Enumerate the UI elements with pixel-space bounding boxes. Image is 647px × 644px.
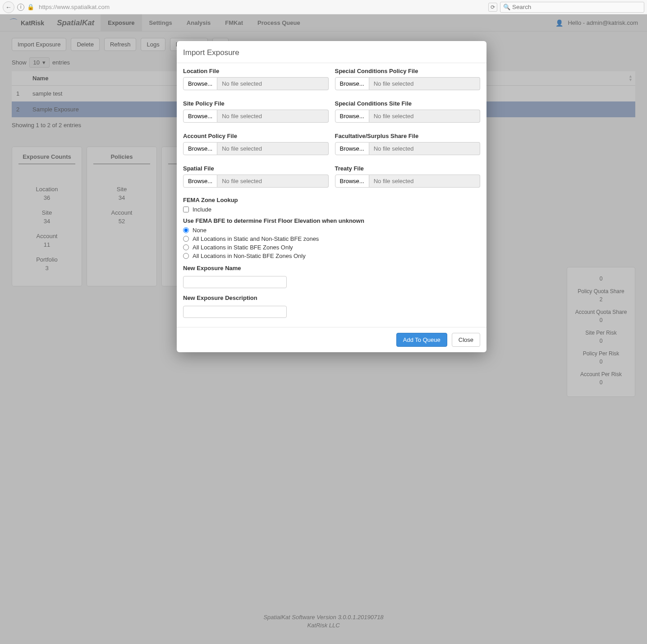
lock-icon: 🔒 <box>27 4 34 10</box>
import-exposure-modal: Import Exposure Location File Browse...N… <box>177 41 486 352</box>
file-status: No file selected <box>217 110 328 123</box>
modal-title: Import Exposure <box>177 41 486 63</box>
search-input[interactable] <box>512 4 641 10</box>
file-account-policy: Account Policy File Browse...No file sel… <box>183 133 329 155</box>
fema-include-checkbox[interactable] <box>183 207 189 212</box>
browse-button[interactable]: Browse... <box>335 110 369 123</box>
browse-button[interactable]: Browse... <box>183 110 217 123</box>
fema-label: FEMA Zone Lookup <box>183 197 480 203</box>
exposure-name-input[interactable] <box>183 276 287 288</box>
file-status: No file selected <box>369 142 480 155</box>
file-facultative-surplus: Facultative/Surplus Share File Browse...… <box>335 133 481 155</box>
file-status: No file selected <box>217 175 328 188</box>
browse-button[interactable]: Browse... <box>335 175 369 188</box>
browse-button[interactable]: Browse... <box>335 142 369 155</box>
file-status: No file selected <box>369 110 480 123</box>
browse-button[interactable]: Browse... <box>183 77 217 90</box>
file-special-conditions-policy: Special Conditions Policy File Browse...… <box>335 68 481 90</box>
file-status: No file selected <box>217 142 328 155</box>
browse-button[interactable]: Browse... <box>183 142 217 155</box>
file-status: No file selected <box>369 175 480 188</box>
bfe-radio-static-nonstatic[interactable] <box>183 236 189 242</box>
browse-button[interactable]: Browse... <box>183 175 217 188</box>
back-button[interactable]: ← <box>3 1 14 13</box>
file-spatial: Spatial File Browse...No file selected <box>183 165 329 188</box>
url-input[interactable] <box>37 2 486 13</box>
file-site-policy: Site Policy File Browse...No file select… <box>183 100 329 123</box>
exposure-name-label: New Exposure Name <box>183 265 480 271</box>
info-icon[interactable]: i <box>17 4 24 11</box>
file-location: Location File Browse...No file selected <box>183 68 329 90</box>
file-treaty: Treaty File Browse...No file selected <box>335 165 481 188</box>
search-icon: 🔍 <box>503 4 510 10</box>
fema-include-label: Include <box>193 206 211 213</box>
browser-toolbar: ← i 🔒 ⟳ 🔍 <box>0 0 647 14</box>
file-status: No file selected <box>217 77 328 90</box>
bfe-radio-static-only[interactable] <box>183 244 189 250</box>
reload-button[interactable]: ⟳ <box>488 3 497 12</box>
bfe-label: Use FEMA BFE to determine First Floor El… <box>183 217 480 224</box>
add-to-queue-button[interactable]: Add To Queue <box>396 333 447 347</box>
exposure-desc-input[interactable] <box>183 306 287 318</box>
bfe-radio-none[interactable] <box>183 227 189 233</box>
bfe-radio-nonstatic-only[interactable] <box>183 253 189 259</box>
file-status: No file selected <box>369 77 480 90</box>
file-special-conditions-site: Special Conditions Site File Browse...No… <box>335 100 481 123</box>
exposure-desc-label: New Exposure Description <box>183 294 480 301</box>
browse-button[interactable]: Browse... <box>335 77 369 90</box>
close-button[interactable]: Close <box>452 333 480 347</box>
search-box[interactable]: 🔍 <box>500 2 644 13</box>
